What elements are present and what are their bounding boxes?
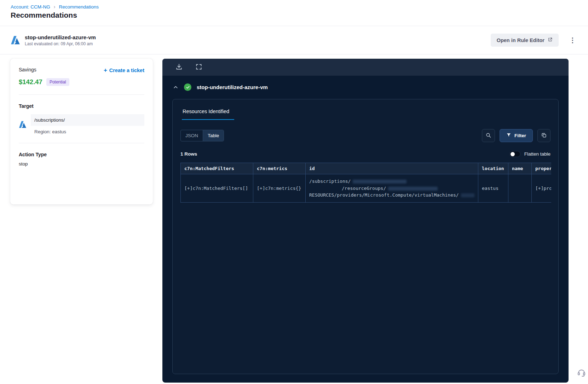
table-right-controls: Filter <box>482 129 550 142</box>
column-header-id: id <box>306 163 478 174</box>
kebab-menu-icon[interactable]: ⋮ <box>568 35 577 45</box>
view-json-button[interactable]: JSON <box>181 130 203 141</box>
target-region: Region: eastus <box>31 129 144 134</box>
redacted-text <box>461 193 474 197</box>
results-panel: stop-underutilized-azure-vm Resources Id… <box>162 59 569 383</box>
card-divider <box>19 94 144 95</box>
open-in-rule-editor-button[interactable]: Open in Rule Editor <box>491 34 559 47</box>
rule-name: stop-underutilized-azure-vm <box>25 34 96 40</box>
create-ticket-label: Create a ticket <box>109 68 144 73</box>
savings-label: Savings <box>19 67 36 72</box>
table-controls-row: JSON Table <box>180 129 550 142</box>
azure-logo-icon <box>11 35 20 45</box>
toggle-knob <box>511 152 515 156</box>
flatten-table-label: Flatten table <box>524 151 550 157</box>
open-in-rule-editor-label: Open in Rule Editor <box>497 37 544 43</box>
action-type-label: Action Type <box>19 152 144 157</box>
column-header-properties: properties <box>532 163 552 174</box>
expand-icon <box>195 66 202 71</box>
redacted-text <box>353 180 407 184</box>
resources-table: c7n:MatchedFilters c7n:metrics id locati… <box>180 163 551 203</box>
column-header-matched-filters: c7n:MatchedFilters <box>181 163 253 174</box>
rule-identity: stop-underutilized-azure-vm Last evaluat… <box>25 34 96 46</box>
search-button[interactable] <box>482 129 495 142</box>
breadcrumb-recommendations-link[interactable]: Recommendations <box>59 4 99 10</box>
flatten-control: Flatten table <box>509 151 550 157</box>
panel-toolbar <box>162 59 569 76</box>
collapse-chevron-icon[interactable] <box>172 84 179 91</box>
cell-location: eastus <box>478 174 508 203</box>
rule-header: stop-underutilized-azure-vm Last evaluat… <box>0 26 588 54</box>
id-line-1: /subscriptions/ <box>309 179 351 184</box>
column-header-name: name <box>508 163 532 174</box>
potential-badge: Potential <box>46 78 69 86</box>
savings-amount-row: $142.47 Potential <box>19 78 144 86</box>
savings-amount: $142.47 <box>19 78 42 86</box>
view-table-button[interactable]: Table <box>203 130 224 141</box>
cell-name <box>508 174 532 203</box>
breadcrumb: Account: CCM-NG › Recommendations <box>11 4 99 10</box>
target-path: /subscriptions/ <box>31 114 144 126</box>
success-check-icon <box>184 83 191 91</box>
filter-button[interactable]: Filter <box>500 129 533 142</box>
chevron-right-icon: › <box>54 4 56 10</box>
target-lines: /subscriptions/ Region: eastus <box>31 114 144 134</box>
view-mode-segmented-control: JSON Table <box>180 130 224 141</box>
search-icon <box>485 132 491 139</box>
target-label: Target <box>19 103 144 109</box>
column-header-location: location <box>478 163 508 174</box>
cell-id: /subscriptions/ /resourceGroups/ RESOURC… <box>306 174 478 203</box>
table-header-row: c7n:MatchedFilters c7n:metrics id locati… <box>181 163 552 174</box>
table-row: [+]c7n:MatchedFilters[] [+]c7n:metrics{}… <box>181 174 552 203</box>
tab-resources-identified[interactable]: Resources Identified <box>182 108 234 120</box>
cell-metrics-expander[interactable]: [+]c7n:metrics{} <box>253 174 306 203</box>
rows-count: 1 Rows <box>180 151 197 157</box>
savings-card: Savings + Create a ticket $142.47 Potent… <box>10 59 153 204</box>
breadcrumb-account-link[interactable]: Account: CCM-NG <box>11 4 50 10</box>
cell-properties-expander[interactable]: [+]properties{} <box>532 174 552 203</box>
rows-summary-row: 1 Rows Flatten table <box>180 151 550 157</box>
filter-label: Filter <box>514 133 526 138</box>
resources-identified-card: Resources Identified JSON Table <box>172 99 559 374</box>
page-title: Recommendations <box>11 11 77 19</box>
target-row: /subscriptions/ Region: eastus <box>19 114 144 134</box>
headset-icon <box>577 373 586 378</box>
create-ticket-button[interactable]: + Create a ticket <box>104 67 144 74</box>
support-button[interactable] <box>577 368 586 378</box>
card-divider <box>19 143 144 143</box>
filter-funnel-icon <box>506 133 511 139</box>
copy-button[interactable] <box>537 129 550 142</box>
plus-icon: + <box>104 67 107 74</box>
panel-rule-row: stop-underutilized-azure-vm <box>162 76 569 91</box>
column-header-metrics: c7n:metrics <box>253 163 306 174</box>
download-button[interactable] <box>175 63 183 71</box>
table-scroll-area[interactable]: c7n:MatchedFilters c7n:metrics id locati… <box>180 163 551 203</box>
redacted-text <box>388 187 438 191</box>
action-type-value: stop <box>19 161 144 167</box>
savings-card-top: Savings + Create a ticket <box>19 67 144 74</box>
expand-fullscreen-button[interactable] <box>195 63 203 71</box>
panel-rule-name: stop-underutilized-azure-vm <box>197 84 268 90</box>
flatten-table-toggle[interactable] <box>509 151 520 157</box>
id-line-3: RESOURCES/providers/Microsoft.Compute/vi… <box>309 192 459 198</box>
recommendations-page: Account: CCM-NG › Recommendations Recomm… <box>0 0 588 384</box>
download-icon <box>175 66 183 71</box>
azure-target-icon <box>19 121 27 128</box>
id-line-2: /resourceGroups/ <box>342 186 386 191</box>
external-link-icon <box>548 37 553 43</box>
cell-matched-filters-expander[interactable]: [+]c7n:MatchedFilters[] <box>181 174 253 203</box>
copy-icon <box>541 132 547 139</box>
rule-last-evaluated: Last evaluated on: 09 Apr, 06:00 am <box>25 41 96 46</box>
